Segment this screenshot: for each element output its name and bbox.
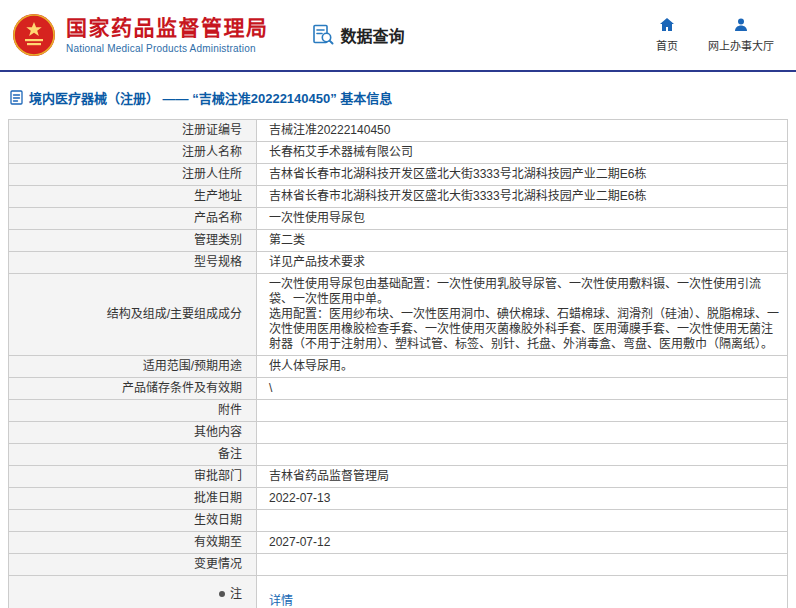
field-label: 批准日期 — [9, 488, 257, 510]
field-value: 2027-07-12 — [257, 532, 788, 554]
table-row: 变更情况 — [9, 554, 788, 576]
field-label: 生效日期 — [9, 510, 257, 532]
field-label: 附件 — [9, 400, 257, 422]
field-label: 型号规格 — [9, 252, 257, 274]
note-bullet-icon — [219, 591, 225, 597]
agency-name-cn: 国家药品监督管理局 — [66, 16, 269, 40]
table-row: 结构及组成/主要组成成分 一次性使用导尿包由基础配置：一次性使用乳胶导尿管、一次… — [9, 274, 788, 356]
field-value: 吉林省长春市北湖科技开发区盛北大街3333号北湖科技园产业二期E6栋 — [257, 164, 788, 186]
field-value: 长春柘艾手术器械有限公司 — [257, 142, 788, 164]
table-row: 适用范围/预期用途 供人体导尿用。 — [9, 356, 788, 378]
note-label: 注 — [230, 587, 242, 601]
field-value: 详情 — [257, 576, 788, 608]
field-value: 供人体导尿用。 — [257, 356, 788, 378]
field-label: 其他内容 — [9, 422, 257, 444]
field-value: 详见产品技术要求 — [257, 252, 788, 274]
registration-info-table: 注册证编号 吉械注准20222140450 注册人名称 长春柘艾手术器械有限公司… — [8, 119, 788, 608]
field-label: 结构及组成/主要组成成分 — [9, 274, 257, 356]
field-label: 适用范围/预期用途 — [9, 356, 257, 378]
field-label: 注 — [9, 576, 257, 608]
detail-link[interactable]: 详情 — [269, 594, 293, 608]
field-label: 生产地址 — [9, 186, 257, 208]
nav-item-home[interactable]: 首页 — [656, 17, 678, 53]
national-emblem-icon — [12, 13, 56, 57]
table-row: 型号规格 详见产品技术要求 — [9, 252, 788, 274]
table-row: 其他内容 — [9, 422, 788, 444]
field-label: 注册证编号 — [9, 120, 257, 142]
field-value: 第二类 — [257, 230, 788, 252]
field-value: 一次性使用导尿包由基础配置：一次性使用乳胶导尿管、一次性使用敷料镊、一次性使用引… — [257, 274, 788, 356]
field-label: 有效期至 — [9, 532, 257, 554]
site-header: 国家药品监督管理局 National Medical Products Admi… — [0, 0, 796, 70]
field-value: \ — [257, 378, 788, 400]
person-icon — [733, 17, 749, 33]
table-row: 管理类别 第二类 — [9, 230, 788, 252]
page-title-text: 境内医疗器械（注册） —— “吉械注准20222140450” 基本信息 — [29, 88, 392, 107]
table-row: 注册证编号 吉械注准20222140450 — [9, 120, 788, 142]
agency-name-en: National Medical Products Administration — [66, 43, 269, 55]
field-label: 审批部门 — [9, 466, 257, 488]
table-row: 备注 — [9, 444, 788, 466]
field-value — [257, 400, 788, 422]
field-value: 吉械注准20222140450 — [257, 120, 788, 142]
field-value — [257, 444, 788, 466]
home-icon — [659, 17, 675, 33]
agency-logo: 国家药品监督管理局 National Medical Products Admi… — [12, 13, 269, 57]
table-row: 注册人住所 吉林省长春市北湖科技开发区盛北大街3333号北湖科技园产业二期E6栋 — [9, 164, 788, 186]
table-row-note: 注 详情 — [9, 576, 788, 608]
field-value: 吉林省长春市北湖科技开发区盛北大街3333号北湖科技园产业二期E6栋 — [257, 186, 788, 208]
field-value — [257, 422, 788, 444]
table-row: 批准日期 2022-07-13 — [9, 488, 788, 510]
content-area: 境内医疗器械（注册） —— “吉械注准20222140450” 基本信息 注册证… — [0, 72, 796, 608]
field-value: 一次性使用导尿包 — [257, 208, 788, 230]
field-label: 产品储存条件及有效期 — [9, 378, 257, 400]
document-icon — [10, 90, 23, 105]
field-label: 备注 — [9, 444, 257, 466]
nav-item-label: 首页 — [656, 37, 678, 53]
table-row: 注册人名称 长春柘艾手术器械有限公司 — [9, 142, 788, 164]
table-row: 附件 — [9, 400, 788, 422]
field-label: 变更情况 — [9, 554, 257, 576]
field-value — [257, 510, 788, 532]
data-query-label: 数据查询 — [341, 23, 405, 47]
field-value: 吉林省药品监督管理局 — [257, 466, 788, 488]
table-row: 审批部门 吉林省药品监督管理局 — [9, 466, 788, 488]
agency-name: 国家药品监督管理局 National Medical Products Admi… — [66, 16, 269, 55]
nav-item-service-hall[interactable]: 网上办事大厅 — [708, 17, 774, 53]
nav-item-label: 网上办事大厅 — [708, 37, 774, 53]
table-row: 产品储存条件及有效期 \ — [9, 378, 788, 400]
field-label: 注册人名称 — [9, 142, 257, 164]
page-title: 境内医疗器械（注册） —— “吉械注准20222140450” 基本信息 — [10, 88, 788, 107]
table-row: 产品名称 一次性使用导尿包 — [9, 208, 788, 230]
data-query-section[interactable]: 数据查询 — [311, 23, 405, 47]
field-value — [257, 554, 788, 576]
field-label: 管理类别 — [9, 230, 257, 252]
table-row: 有效期至 2027-07-12 — [9, 532, 788, 554]
field-label: 产品名称 — [9, 208, 257, 230]
table-row: 生产地址 吉林省长春市北湖科技开发区盛北大街3333号北湖科技园产业二期E6栋 — [9, 186, 788, 208]
field-value: 2022-07-13 — [257, 488, 788, 510]
header-nav: 首页 网上办事大厅 — [656, 17, 780, 53]
table-row: 生效日期 — [9, 510, 788, 532]
document-search-icon — [311, 23, 335, 47]
field-label: 注册人住所 — [9, 164, 257, 186]
